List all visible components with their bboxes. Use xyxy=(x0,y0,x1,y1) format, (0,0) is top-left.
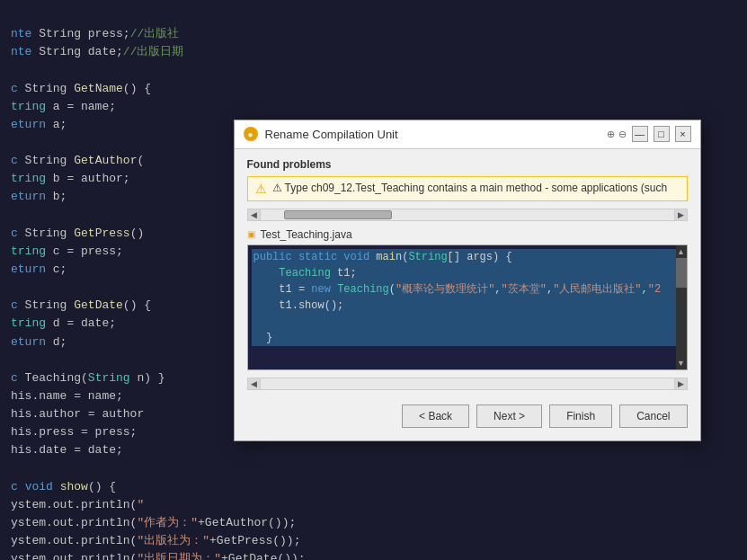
dialog-title: Rename Compilation Unit xyxy=(265,128,398,141)
found-problems-label: Found problems xyxy=(247,158,688,171)
maximize-button[interactable]: □ xyxy=(654,126,670,142)
cancel-button[interactable]: Cancel xyxy=(619,404,687,428)
warning-text: ⚠ Type ch09_12.Test_Teaching contains a … xyxy=(272,182,668,194)
scrollbar-thumb[interactable] xyxy=(676,258,687,288)
close-button[interactable]: × xyxy=(675,126,691,142)
dialog-body: Found problems ⚠ ⚠ Type ch09_12.Test_Tea… xyxy=(235,149,700,440)
code-preview-container: public static void main(String[] args) {… xyxy=(247,244,688,370)
code-line-6: } xyxy=(252,330,680,346)
horizontal-scrollbar-top[interactable]: ◀ ▶ xyxy=(247,209,688,221)
dialog-titlebar: ● Rename Compilation Unit ⊕ ⊖ — □ × xyxy=(235,120,700,149)
code-line-5 xyxy=(252,314,680,330)
dialog-buttons: < Back Next > Finish Cancel xyxy=(247,399,688,431)
warning-icon: ⚠ xyxy=(255,182,267,196)
code-line-1: public static void main(String[] args) { xyxy=(252,249,680,265)
file-label: ▣ Test_Teaching.java xyxy=(247,228,688,241)
titlebar-left: ● Rename Compilation Unit xyxy=(244,127,398,141)
restore-icon-1: ⊕ xyxy=(607,129,615,140)
file-name: Test_Teaching.java xyxy=(261,228,352,241)
rename-compilation-dialog: ● Rename Compilation Unit ⊕ ⊖ — □ × Foun… xyxy=(234,120,701,441)
bottom-scroll-left-arrow[interactable]: ◀ xyxy=(248,378,261,389)
titlebar-controls: ⊕ ⊖ — □ × xyxy=(607,126,691,142)
warning-bar: ⚠ ⚠ Type ch09_12.Test_Teaching contains … xyxy=(247,176,688,201)
eclipse-icon: ● xyxy=(244,127,258,141)
horizontal-scrollbar-bottom[interactable]: ◀ ▶ xyxy=(247,378,688,390)
scrollbar-up-arrow[interactable]: ▲ xyxy=(677,245,685,258)
scroll-thumb-top[interactable] xyxy=(284,210,392,219)
code-line-2: Teaching t1; xyxy=(252,265,680,281)
scroll-right-arrow[interactable]: ▶ xyxy=(674,209,687,220)
scrollbar-track xyxy=(676,258,687,357)
bottom-scroll-right-arrow[interactable]: ▶ xyxy=(674,378,687,389)
next-button[interactable]: Next > xyxy=(476,404,542,428)
scrollbar-down-arrow[interactable]: ▼ xyxy=(677,357,685,369)
restore-icon-2: ⊖ xyxy=(618,129,627,140)
code-line-3: t1 = new Teaching("概率论与数理统计","茨本堂","人民邮电… xyxy=(252,281,680,298)
code-line-4: t1.show(); xyxy=(252,298,680,314)
restore-icons: ⊕ ⊖ xyxy=(607,129,627,140)
finish-button[interactable]: Finish xyxy=(549,404,612,428)
file-icon: ▣ xyxy=(247,229,255,239)
code-preview-inner: public static void main(String[] args) {… xyxy=(248,245,687,369)
vertical-scrollbar[interactable]: ▲ ▼ xyxy=(676,245,687,369)
back-button[interactable]: < Back xyxy=(402,404,469,428)
scroll-left-arrow[interactable]: ◀ xyxy=(248,209,261,220)
minimize-button[interactable]: — xyxy=(632,126,648,142)
